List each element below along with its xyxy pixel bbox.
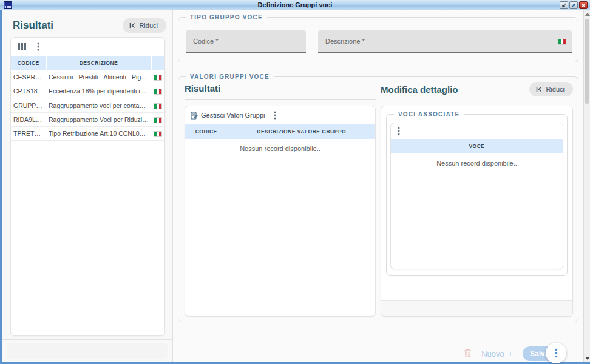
- results-table: CODICE DESCRIZIONE CESPREP... Cessioni -…: [11, 56, 164, 141]
- table-row[interactable]: RIDA9L122 Raggruppamento Voci per Riduzi…: [11, 112, 164, 126]
- italy-flag-icon: [154, 75, 162, 81]
- voci-associate-table: VOCE: [391, 139, 563, 153]
- close-button[interactable]: [579, 1, 588, 9]
- valori-results-empty-message: Nessun record disponibile..: [185, 139, 375, 152]
- codice-field[interactable]: [186, 30, 306, 53]
- modifica-dettaglio-title: Modifica dettaglio: [381, 84, 458, 95]
- modifica-dettaglio-section: Modifica dettaglio Riduci VOCI ASSOCIATE: [381, 80, 573, 317]
- modifica-dettaglio-card: VOCI ASSOCIATE: [381, 106, 573, 317]
- app-icon: [4, 1, 12, 9]
- scroll-up-icon[interactable]: [585, 13, 590, 16]
- valori-results-table: CODICE DESCRIZIONE VALORE GRUPPO: [185, 124, 375, 139]
- maximize-icon: [571, 3, 576, 8]
- results-panel-footer: [7, 343, 168, 359]
- valori-gruppi-voce-fieldset: VALORI GRUPPI VOCE Risultati: [178, 73, 578, 322]
- window-title: Definizione Gruppi voci: [0, 1, 590, 8]
- columns-icon: [18, 43, 26, 50]
- valori-results-table-header: CODICE DESCRIZIONE VALORE GRUPPO: [185, 124, 375, 139]
- table-row[interactable]: CESPREP... Cessioni - Prestiti - Aliment…: [11, 70, 164, 84]
- table-row[interactable]: CPTS18 Eccedenza 18% per dipendenti iscr…: [11, 84, 164, 98]
- valori-results-section: Risultati Gestisci Valori Gruppi: [185, 80, 376, 317]
- columns-button[interactable]: [17, 42, 27, 52]
- action-bar: Nuovo + Salva: [174, 345, 575, 362]
- window-content: Risultati Riduci: [2, 10, 588, 362]
- collapse-left-icon: [129, 22, 136, 29]
- table-row[interactable]: TPRETRA... Tipo Retribuzione Art.10 CCNL…: [11, 126, 164, 140]
- minimize-button[interactable]: [560, 1, 568, 9]
- plus-icon: +: [508, 349, 513, 359]
- nuovo-button[interactable]: Nuovo +: [481, 349, 513, 359]
- kebab-menu-icon: [274, 111, 276, 120]
- titlebar: Definizione Gruppi voci: [0, 0, 590, 10]
- italy-flag-icon: [154, 89, 162, 95]
- valori-gruppi-voce-legend: VALORI GRUPPI VOCE: [186, 73, 274, 80]
- valori-results-card: Gestisci Valori Gruppi: [185, 106, 376, 317]
- italy-flag-icon: [154, 103, 162, 109]
- voci-associate-card: VOCE Nessun record disponibile..: [390, 123, 563, 269]
- tipo-gruppo-voce-fieldset: TIPO GRUPPO VOCE: [178, 14, 578, 62]
- voci-associate-table-header: VOCE: [391, 139, 563, 153]
- column-header-codice[interactable]: CODICE: [11, 56, 46, 70]
- column-header-codice[interactable]: CODICE: [185, 124, 228, 139]
- column-header-descrizione-valore-gruppo[interactable]: DESCRIZIONE VALORE GRUPPO: [228, 124, 375, 139]
- delete-button[interactable]: [464, 349, 472, 359]
- cell-codice: TPRETRA...: [11, 126, 46, 140]
- italy-flag-icon: [154, 131, 162, 137]
- kebab-menu-icon: [398, 127, 400, 135]
- kebab-menu-icon: [555, 348, 558, 358]
- column-header-descrizione[interactable]: DESCRIZIONE: [46, 56, 151, 70]
- minimize-icon: [561, 3, 566, 8]
- voci-associate-legend: VOCI ASSOCIATE: [394, 111, 464, 118]
- cell-codice: CPTS18: [11, 84, 46, 98]
- vertical-scrollbar[interactable]: [583, 10, 590, 362]
- scroll-down-icon[interactable]: [585, 357, 590, 360]
- results-panel: Risultati Riduci: [2, 10, 173, 362]
- voci-associate-menu-button[interactable]: [396, 126, 401, 136]
- collapse-results-button[interactable]: Riduci: [123, 18, 166, 33]
- cell-codice: CESPREP...: [11, 70, 46, 84]
- gestisci-valori-gruppi-button[interactable]: Gestisci Valori Gruppi: [191, 112, 265, 120]
- cell-codice: RIDA9L122: [11, 112, 46, 126]
- collapse-results-label: Riduci: [139, 22, 158, 29]
- results-panel-title: Risultati: [13, 19, 53, 32]
- collapse-detail-label: Riduci: [546, 86, 565, 93]
- cell-descrizione: Raggruppamento voci per contabilità: [46, 98, 151, 112]
- cell-descrizione: Cessioni - Prestiti - Alimenti - Pigno..…: [46, 70, 151, 84]
- descrizione-field[interactable]: [318, 30, 572, 53]
- collapse-left-icon: [536, 86, 543, 92]
- document-edit-icon: [191, 112, 198, 120]
- collapse-detail-button[interactable]: Riduci: [529, 82, 573, 96]
- scrollbar-thumb[interactable]: [585, 19, 589, 104]
- table-row[interactable]: GRUPPO... Raggruppamento voci per contab…: [11, 98, 164, 112]
- tipo-gruppo-voce-legend: TIPO GRUPPO VOCE: [186, 14, 267, 21]
- voci-associate-fieldset: VOCI ASSOCIATE: [386, 111, 568, 276]
- cell-descrizione: Eccedenza 18% per dipendenti iscri...: [46, 84, 151, 98]
- nuovo-label: Nuovo: [481, 349, 504, 359]
- valori-results-title: Risultati: [185, 83, 220, 93]
- kebab-menu-icon: [37, 42, 39, 51]
- italy-flag-icon: [558, 39, 566, 45]
- results-menu-button[interactable]: [36, 41, 41, 52]
- trash-icon: [464, 349, 472, 357]
- cell-descrizione: Tipo Retribuzione Art.10 CCNL04-05: [46, 126, 151, 140]
- actions-menu-button[interactable]: [546, 343, 566, 363]
- results-card: CODICE DESCRIZIONE CESPREP... Cessioni -…: [10, 37, 165, 336]
- valori-results-divider: [185, 99, 376, 100]
- results-table-header: CODICE DESCRIZIONE: [11, 56, 164, 70]
- app-window: Definizione Gruppi voci Risu: [0, 0, 590, 364]
- cell-descrizione: Raggruppamento Voci per Riduzion...: [46, 112, 151, 126]
- column-header-voce[interactable]: VOCE: [391, 139, 563, 153]
- close-icon: [581, 3, 586, 8]
- voci-associate-empty-message: Nessun record disponibile..: [391, 153, 563, 167]
- italy-flag-icon: [154, 117, 162, 123]
- maximize-button[interactable]: [569, 1, 578, 9]
- main-panel: TIPO GRUPPO VOCE VALORI GRUPPI VOCE Risu…: [174, 10, 582, 362]
- gestisci-valori-gruppi-label: Gestisci Valori Gruppi: [201, 112, 265, 119]
- modifica-dettaglio-footer: [381, 300, 572, 316]
- column-header-flag: [151, 56, 164, 70]
- results-panel-divider: [2, 339, 172, 340]
- cell-codice: GRUPPO...: [11, 98, 46, 112]
- valori-results-menu-button[interactable]: [273, 110, 277, 121]
